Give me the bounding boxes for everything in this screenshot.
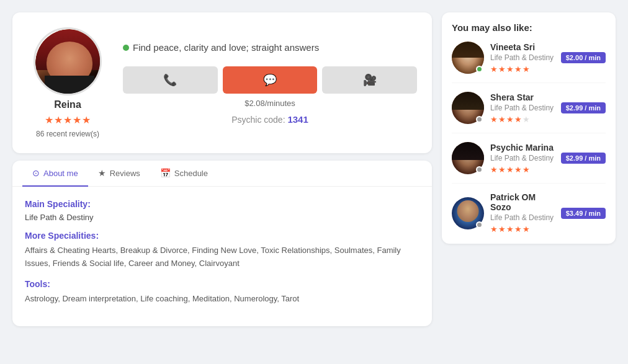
tab-about-label: About me — [43, 169, 78, 178]
more-specialities-title: More Specialities: — [25, 231, 419, 241]
online-indicator — [476, 66, 483, 73]
main-speciality-title: Main Speciality: — [25, 199, 419, 209]
profile-info: Find peace, clarity and love; straight a… — [123, 41, 417, 125]
psychic-item-name: Shera Star — [490, 92, 555, 102]
price-badge[interactable]: $2.99 / min — [561, 102, 606, 113]
main-speciality-value: Life Path & Destiny — [25, 213, 419, 222]
psychic-item-specialty: Life Path & Destiny — [490, 104, 555, 112]
psychic-details: Patrick OM Sozo Life Path & Destiny ★★★★… — [490, 192, 555, 234]
tab-about[interactable]: ⊙ About me — [22, 161, 88, 187]
schedule-icon: 📅 — [160, 168, 171, 178]
avatar — [34, 27, 102, 95]
reviews-count: 86 recent review(s) — [36, 130, 99, 138]
action-buttons: 📞 💬 🎥 — [123, 66, 417, 94]
tab-content: Main Speciality: Life Path & Destiny Mor… — [12, 187, 432, 326]
list-item: Patrick OM Sozo Life Path & Destiny ★★★★… — [452, 192, 606, 234]
tools-title: Tools: — [25, 279, 419, 289]
right-panel: You may also like: Vineeta Sri Life Path… — [442, 12, 616, 326]
chat-icon: 💬 — [263, 73, 277, 87]
list-item: Vineeta Sri Life Path & Destiny ★★★★★ $2… — [452, 42, 606, 83]
psychic-code: Psychic code: 1341 — [123, 114, 417, 125]
rating-stars: ★★★★★ — [490, 165, 555, 174]
psychic-item-specialty: Life Path & Destiny — [490, 154, 555, 162]
list-item: Shera Star Life Path & Destiny ★★★★★ $2.… — [452, 92, 606, 133]
offline-indicator — [476, 116, 483, 123]
rating-stars: ★★★★★ — [45, 114, 91, 126]
price-badge[interactable]: $2.00 / min — [561, 52, 606, 63]
psychic-details: Vineeta Sri Life Path & Destiny ★★★★★ — [490, 42, 555, 74]
reviews-icon: ★ — [98, 168, 106, 178]
tabs-header: ⊙ About me ★ Reviews 📅 Schedule — [12, 161, 432, 187]
thumb-wrapper — [452, 92, 484, 124]
tab-reviews[interactable]: ★ Reviews — [88, 161, 150, 187]
price-text: $2.08/minutes — [123, 99, 417, 108]
phone-icon: 📞 — [163, 73, 177, 87]
profile-card: Reina ★★★★★ 86 recent review(s) Find pea… — [12, 12, 432, 153]
tab-reviews-label: Reviews — [110, 169, 140, 178]
tab-schedule[interactable]: 📅 Schedule — [150, 161, 218, 187]
status-text: Find peace, clarity and love; straight a… — [133, 41, 319, 54]
psychic-details: Psychic Marina Life Path & Destiny ★★★★★ — [490, 143, 555, 174]
avatar-section: Reina ★★★★★ 86 recent review(s) — [27, 27, 108, 138]
more-specialities-value: Affairs & Cheating Hearts, Breakup & Div… — [25, 244, 419, 270]
rating-stars: ★★★★★ — [490, 224, 555, 234]
video-icon: 🎥 — [363, 73, 377, 87]
psychic-item-name: Psychic Marina — [490, 143, 555, 153]
psychic-item-specialty: Life Path & Destiny — [490, 53, 555, 62]
offline-indicator — [476, 166, 483, 173]
thumb-wrapper — [452, 142, 484, 174]
also-like-title: You may also like: — [452, 22, 606, 33]
online-status-dot — [123, 45, 129, 51]
price-badge[interactable]: $3.49 / min — [561, 208, 606, 219]
phone-button[interactable]: 📞 — [123, 66, 218, 94]
rating-stars: ★★★★★ — [490, 115, 555, 124]
list-item: Psychic Marina Life Path & Destiny ★★★★★… — [452, 142, 606, 184]
psychic-item-name: Vineeta Sri — [490, 42, 555, 52]
tab-schedule-label: Schedule — [174, 169, 208, 178]
price-badge[interactable]: $2.99 / min — [561, 153, 606, 164]
about-icon: ⊙ — [32, 168, 40, 178]
psychic-item-name: Patrick OM Sozo — [490, 192, 555, 212]
psychic-details: Shera Star Life Path & Destiny ★★★★★ — [490, 92, 555, 124]
psychic-name: Reina — [54, 99, 81, 110]
thumb-wrapper — [452, 42, 484, 74]
rating-stars: ★★★★★ — [490, 64, 555, 74]
also-like-card: You may also like: Vineeta Sri Life Path… — [442, 12, 616, 244]
video-button[interactable]: 🎥 — [322, 66, 417, 94]
tools-value: Astrology, Dream interpretation, Life co… — [25, 293, 419, 306]
chat-button[interactable]: 💬 — [223, 66, 318, 94]
code-value: 1341 — [287, 114, 308, 125]
psychic-item-specialty: Life Path & Destiny — [490, 213, 555, 222]
code-label: Psychic code: — [231, 115, 285, 125]
thumb-wrapper — [452, 197, 484, 229]
tabs-card: ⊙ About me ★ Reviews 📅 Schedule Main Spe… — [12, 161, 432, 326]
offline-indicator — [476, 221, 483, 228]
status-line: Find peace, clarity and love; straight a… — [123, 41, 417, 54]
